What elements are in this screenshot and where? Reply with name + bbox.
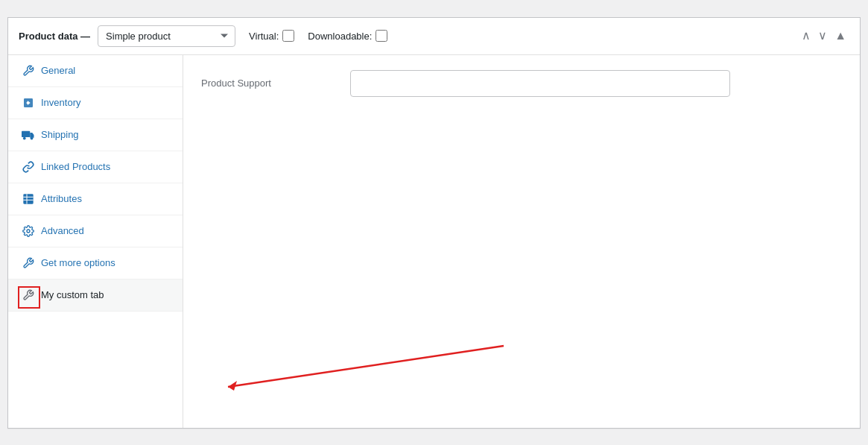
panel-body: General Inventory	[8, 55, 860, 428]
sidebar-inventory-label: Inventory	[41, 97, 80, 108]
arrow-up-button[interactable]: ∧	[799, 28, 814, 43]
sidebar-item-linked-products[interactable]: Linked Products	[8, 151, 183, 183]
downloadable-checkbox[interactable]	[376, 30, 387, 42]
sidebar-item-attributes[interactable]: Attributes	[8, 183, 183, 215]
arrow-collapse-button[interactable]: ▲	[831, 28, 849, 43]
gear-icon	[22, 224, 35, 238]
product-support-input[interactable]	[350, 70, 730, 97]
link-icon	[22, 160, 35, 174]
wrench-icon	[22, 64, 35, 78]
panel-title: Product data —	[19, 31, 90, 42]
sidebar-advanced-label: Advanced	[41, 225, 84, 236]
annotation-svg	[183, 55, 860, 428]
main-content: Product Support	[183, 55, 860, 428]
diamond-icon	[22, 96, 35, 110]
sidebar-linked-products-label: Linked Products	[41, 161, 110, 172]
sidebar: General Inventory	[8, 55, 183, 428]
get-more-wrench-icon	[22, 256, 35, 270]
sidebar-custom-tab-label: My custom tab	[41, 289, 104, 300]
downloadable-text: Downloadable:	[308, 31, 372, 42]
svg-marker-10	[228, 381, 237, 391]
product-support-row: Product Support	[201, 70, 842, 97]
sidebar-shipping-label: Shipping	[41, 129, 79, 140]
sidebar-general-label: General	[41, 65, 75, 76]
svg-rect-4	[23, 194, 33, 203]
sidebar-item-shipping[interactable]: Shipping	[8, 119, 183, 151]
arrow-down-button[interactable]: ∨	[815, 28, 830, 43]
svg-point-3	[31, 136, 34, 139]
svg-line-9	[228, 346, 504, 387]
panel-arrows: ∧ ∨ ▲	[799, 28, 849, 43]
svg-point-8	[27, 230, 30, 233]
custom-tab-wrench-icon	[22, 288, 35, 302]
virtual-text: Virtual:	[249, 31, 279, 42]
sidebar-item-advanced[interactable]: Advanced	[8, 215, 183, 247]
product-support-label: Product Support	[201, 78, 350, 89]
sidebar-attributes-label: Attributes	[41, 193, 82, 204]
checkbox-group: Virtual: Downloadable:	[249, 30, 387, 42]
svg-point-2	[23, 136, 26, 139]
product-type-select[interactable]: Simple product Grouped product External/…	[98, 25, 235, 47]
sidebar-item-inventory[interactable]: Inventory	[8, 87, 183, 119]
sidebar-item-my-custom-tab[interactable]: My custom tab	[8, 280, 183, 312]
virtual-label[interactable]: Virtual:	[249, 30, 294, 42]
sidebar-get-more-options-label: Get more options	[41, 257, 115, 268]
table-icon	[22, 192, 35, 206]
svg-rect-1	[22, 130, 30, 136]
truck-icon	[22, 128, 35, 142]
custom-tab-icon-box	[22, 288, 35, 302]
virtual-checkbox[interactable]	[282, 30, 294, 42]
product-data-panel: Product data — Simple product Grouped pr…	[7, 17, 861, 429]
product-type-wrapper[interactable]: Simple product Grouped product External/…	[98, 25, 235, 47]
panel-header: Product data — Simple product Grouped pr…	[8, 18, 860, 55]
sidebar-item-general[interactable]: General	[8, 55, 183, 87]
sidebar-item-get-more-options[interactable]: Get more options	[8, 247, 183, 280]
downloadable-label[interactable]: Downloadable:	[308, 30, 387, 42]
